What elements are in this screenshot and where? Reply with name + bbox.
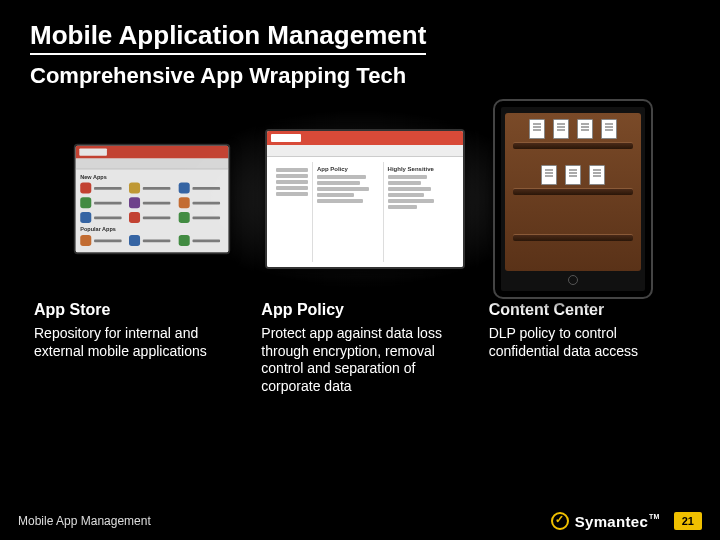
slide-title: Mobile Application Management [30,20,426,55]
column-body: Protect app against data loss through en… [261,325,458,395]
column-content-center: Content Center DLP policy to control con… [489,301,686,395]
screenshot-app-store: New Apps Popular Apps [74,144,230,254]
brand-name: Symantec [575,513,648,530]
screenshot-carousel: New Apps Popular Apps [0,109,720,289]
column-heading: App Store [34,301,231,319]
home-button-icon [568,275,578,285]
column-app-store: App Store Repository for internal and ex… [34,301,231,395]
column-heading: Content Center [489,301,686,319]
column-app-policy: App Policy Protect app against data loss… [261,301,458,395]
screenshot-content-center [493,99,653,299]
column-body: Repository for internal and external mob… [34,325,231,360]
slide-subtitle: Comprehensive App Wrapping Tech [30,63,690,89]
page-number: 21 [674,512,702,530]
column-heading: App Policy [261,301,458,319]
column-body: DLP policy to control confidential data … [489,325,686,360]
screenshot-app-policy: App Policy Highly Sensitive [265,129,465,269]
footer-left-text: Mobile App Management [18,514,151,528]
feature-columns: App Store Repository for internal and ex… [0,289,720,395]
trademark-symbol: TM [649,513,660,520]
slide-footer: Mobile App Management SymantecTM 21 [0,502,720,540]
brand-logo: SymantecTM [551,512,660,530]
check-circle-icon [551,512,569,530]
